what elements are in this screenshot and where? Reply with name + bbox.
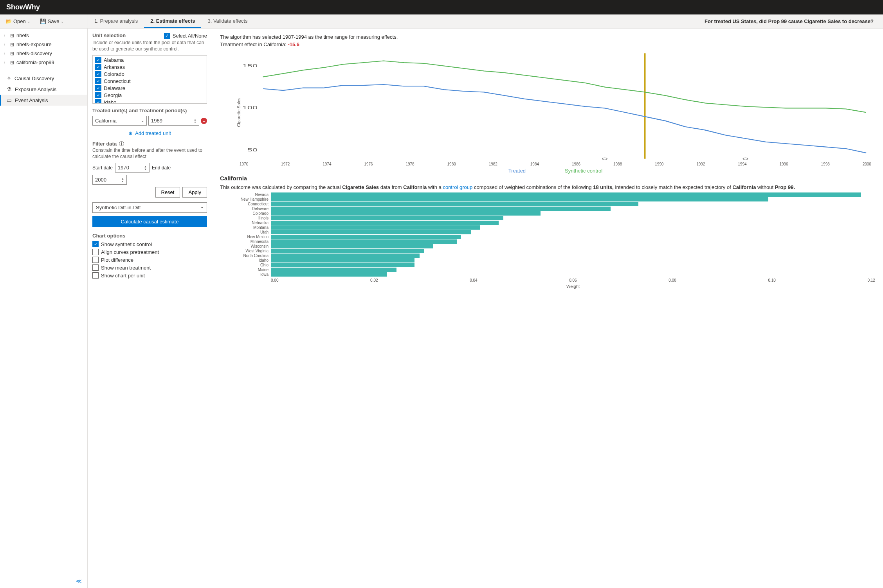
treatment-year-input[interactable]: 1989 ▲▼ <box>148 116 199 126</box>
table-icon: ⊞ <box>10 33 14 38</box>
svg-point-5 <box>743 158 748 160</box>
save-label: Save <box>48 18 59 24</box>
unit-selection-heading: Unit selection <box>92 32 126 38</box>
chevron-down-icon: ⌄ <box>200 205 204 210</box>
checkbox-icon: ✓ <box>95 64 101 70</box>
unit-selection-desc: Include or exclude units from the pool o… <box>92 40 207 52</box>
unit-label: Colorado <box>104 71 124 77</box>
tree-label: nhefs <box>16 32 29 38</box>
unit-checkbox[interactable]: ✓Idaho <box>94 99 205 104</box>
opt-align-curves[interactable]: Align curves pretreatment <box>92 248 207 256</box>
tree-item[interactable]: ›⊞california-prop99 <box>0 58 87 67</box>
weight-bar <box>271 207 611 211</box>
nav-causal-discovery[interactable]: ✧ Causal Discovery <box>0 73 87 84</box>
weight-bar <box>271 258 414 263</box>
weight-row: Connecticut <box>220 202 875 206</box>
tab-prepare[interactable]: 1. Prepare analysis <box>88 14 144 28</box>
opt-show-synthetic[interactable]: ✓Show synthetic control <box>92 240 207 248</box>
treated-unit-value: California <box>95 118 117 124</box>
tree-label: california-prop99 <box>16 59 54 65</box>
control-subhead: California <box>220 175 875 182</box>
unit-checkbox[interactable]: ✓Delaware <box>94 85 205 92</box>
table-icon: ⊞ <box>10 60 14 65</box>
start-date-input[interactable]: 1970 ▲▼ <box>115 163 150 173</box>
folder-open-icon: 📂 <box>5 18 12 24</box>
calculate-button[interactable]: Calculate causal estimate <box>92 216 207 227</box>
weight-label: Nevada <box>220 192 271 197</box>
tree-item[interactable]: ›⊞nhefs <box>0 31 87 40</box>
weights-chart: NevadaNew HampshireConnecticutDelawareCo… <box>220 192 875 277</box>
select-all-checkbox[interactable]: ✓ Select All/None <box>164 33 207 39</box>
apply-button[interactable]: Apply <box>182 187 207 198</box>
weight-label: Idaho <box>220 258 271 263</box>
weight-row: Wisconsin <box>220 244 875 248</box>
unit-checkbox[interactable]: ✓Arkansas <box>94 63 205 70</box>
weight-row: West Virginia <box>220 249 875 253</box>
checkbox-icon: ✓ <box>164 33 170 39</box>
info-icon[interactable]: i <box>119 141 124 146</box>
treated-unit-select[interactable]: California ⌄ <box>92 116 147 126</box>
weight-bar <box>271 197 768 201</box>
weight-label: Delaware <box>220 207 271 211</box>
tree-item[interactable]: ›⊞nhefs-exposure <box>0 40 87 49</box>
flask-icon: ⚗ <box>7 86 12 92</box>
svg-text:150: 150 <box>242 63 258 68</box>
weight-row: Maine <box>220 268 875 272</box>
legend-synthetic: Synthetic control <box>565 168 602 174</box>
unit-label: Arkansas <box>104 64 125 70</box>
weight-label: Nebraska <box>220 221 271 225</box>
window-icon: ▭ <box>7 97 12 103</box>
line-chart: Cigarette Sales 50100150 197019721974197… <box>236 51 875 169</box>
opt-show-mean[interactable]: Show mean treatment <box>92 264 207 272</box>
unit-checkbox[interactable]: ✓Connecticut <box>94 77 205 85</box>
weight-row: New Mexico <box>220 235 875 239</box>
remove-treated-button[interactable]: – <box>201 118 207 124</box>
chevron-down-icon: ⌄ <box>27 20 31 23</box>
time-range-text: The algorithm has selected 1987-1994 as … <box>220 34 875 40</box>
research-question: For treated US States, did Prop 99 cause… <box>705 18 883 24</box>
opt-plot-difference[interactable]: Plot difference <box>92 256 207 264</box>
collapse-sidebar-button[interactable]: ≪ <box>0 574 87 588</box>
svg-text:50: 50 <box>247 148 258 152</box>
app-title: ShowWhy <box>0 0 883 14</box>
opt-chart-per-unit[interactable]: Show chart per unit <box>92 272 207 279</box>
add-treated-unit-button[interactable]: ⊕ Add treated unit <box>92 129 207 141</box>
unit-checkbox[interactable]: ✓Colorado <box>94 70 205 77</box>
save-button[interactable]: 💾 Save ⌄ <box>38 17 67 26</box>
weight-bar <box>271 254 420 258</box>
nav-label: Exposure Analysis <box>15 86 56 92</box>
tree-label: nhefs-exposure <box>16 41 52 47</box>
unit-list[interactable]: ✓Alabama✓Arkansas✓Colorado✓Connecticut✓D… <box>92 55 207 104</box>
unit-checkbox[interactable]: ✓Georgia <box>94 92 205 99</box>
unit-label: Alabama <box>104 57 124 63</box>
svg-point-4 <box>602 158 607 160</box>
tree-item[interactable]: ›⊞nhefs-discovery <box>0 49 87 58</box>
tab-validate[interactable]: 3. Validate effects <box>201 14 254 28</box>
spinner-icon[interactable]: ▲▼ <box>194 118 196 124</box>
weight-label: New Hampshire <box>220 197 271 201</box>
nav-label: Event Analysis <box>15 97 48 103</box>
weight-row: Nebraska <box>220 221 875 225</box>
chevron-down-icon: ⌄ <box>61 20 64 23</box>
reset-button[interactable]: Reset <box>155 187 180 198</box>
start-date-value: 1970 <box>118 165 129 171</box>
chevron-right-icon: › <box>4 60 8 65</box>
open-button[interactable]: 📂 Open ⌄ <box>3 17 33 26</box>
nav-exposure-analysis[interactable]: ⚗ Exposure Analysis <box>0 84 87 95</box>
unit-checkbox[interactable]: ✓Alabama <box>94 56 205 63</box>
weight-row: Minnesota <box>220 239 875 244</box>
chevron-right-icon: › <box>4 42 8 47</box>
weight-row: North Carolina <box>220 254 875 258</box>
treatment-year-value: 1989 <box>151 118 162 124</box>
control-group-link[interactable]: control group <box>443 184 472 190</box>
control-description: This outcome was calculated by comparing… <box>220 184 875 191</box>
add-treated-label: Add treated unit <box>135 130 171 136</box>
end-date-input[interactable]: 2000 ▲▼ <box>92 175 127 185</box>
method-select[interactable]: Synthetic Diff-in-Diff ⌄ <box>92 202 207 213</box>
start-date-label: Start date <box>92 165 113 171</box>
weight-row: Delaware <box>220 207 875 211</box>
sidebar: ›⊞nhefs›⊞nhefs-exposure›⊞nhefs-discovery… <box>0 29 88 588</box>
nav-event-analysis[interactable]: ▭ Event Analysis <box>0 95 87 106</box>
chevron-right-icon: › <box>4 51 8 56</box>
tab-estimate[interactable]: 2. Estimate effects <box>144 14 201 28</box>
